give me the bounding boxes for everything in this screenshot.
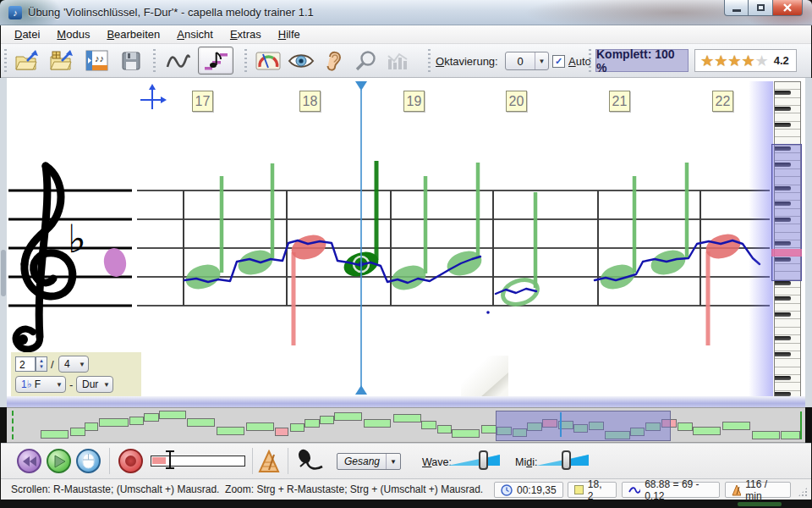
black-key[interactable] xyxy=(775,296,791,301)
auto-checkbox[interactable]: ✓ xyxy=(552,55,565,68)
pitch-curve-view-button[interactable] xyxy=(162,47,195,75)
piano-key[interactable] xyxy=(775,295,800,303)
piano-key[interactable] xyxy=(775,304,800,312)
move-cross-icon[interactable] xyxy=(140,84,167,109)
black-key[interactable] xyxy=(775,202,791,206)
piano-key[interactable] xyxy=(775,122,800,130)
black-key[interactable] xyxy=(775,163,791,167)
toolbar-grip[interactable] xyxy=(4,49,7,73)
tuning-meter-button[interactable] xyxy=(252,47,284,75)
menu-datei[interactable]: Datei xyxy=(6,26,48,42)
open-file-button[interactable] xyxy=(46,47,78,75)
piano-key[interactable] xyxy=(775,185,800,193)
toolbar-grip[interactable] xyxy=(244,49,247,73)
piano-key[interactable] xyxy=(775,312,800,319)
piano-key[interactable] xyxy=(775,162,800,169)
time-numerator-stepper[interactable]: ▲▼ xyxy=(36,356,47,372)
toolbar-grip[interactable] xyxy=(153,49,156,73)
black-key[interactable] xyxy=(775,146,791,151)
black-key[interactable] xyxy=(775,107,791,111)
piano-key[interactable] xyxy=(775,367,800,375)
piano-key[interactable] xyxy=(775,209,800,217)
open-exercise-button[interactable] xyxy=(11,47,43,75)
wave-volume-thumb[interactable] xyxy=(479,450,488,470)
slider-ibeam-cursor[interactable] xyxy=(164,448,176,472)
time-numerator-input[interactable]: 2 xyxy=(15,356,36,372)
piano-key[interactable] xyxy=(775,264,800,272)
score-playback-button[interactable]: ♪♪ xyxy=(80,47,112,75)
black-key[interactable] xyxy=(775,336,791,340)
rewind-button[interactable] xyxy=(17,449,41,473)
minimize-button[interactable] xyxy=(724,0,749,16)
piano-key[interactable] xyxy=(775,320,800,328)
piano-key[interactable] xyxy=(775,137,800,145)
piano-key[interactable] xyxy=(775,146,800,153)
menu-ansicht[interactable]: Ansicht xyxy=(168,26,222,42)
black-key[interactable] xyxy=(775,281,791,285)
piano-key[interactable] xyxy=(775,224,800,232)
piano-key[interactable] xyxy=(775,217,800,224)
black-key[interactable] xyxy=(775,123,791,127)
piano-key[interactable] xyxy=(775,169,800,177)
record-button[interactable] xyxy=(118,449,143,473)
overview-strip[interactable] xyxy=(7,407,805,443)
titlebar[interactable]: ♪ Übung 'Violinschlüssel, F-Dur'* - cape… xyxy=(0,0,812,25)
mouse-input-button[interactable] xyxy=(76,449,101,473)
black-key[interactable] xyxy=(775,352,791,356)
piano-key[interactable] xyxy=(775,359,800,367)
black-key[interactable] xyxy=(775,257,791,262)
key-signature-select[interactable]: 1♭ F ▼ xyxy=(15,376,66,393)
black-key[interactable] xyxy=(775,312,791,317)
piano-key[interactable] xyxy=(775,328,800,335)
piano-key[interactable] xyxy=(775,233,800,240)
play-reference-button[interactable] xyxy=(318,47,350,75)
piano-key[interactable] xyxy=(775,106,800,113)
black-key[interactable] xyxy=(775,218,791,222)
piano-key[interactable] xyxy=(775,351,800,359)
toolbar-grip[interactable] xyxy=(589,49,591,73)
black-key[interactable] xyxy=(775,376,791,380)
menu-hilfe[interactable]: Hilfe xyxy=(270,26,309,42)
piano-key[interactable] xyxy=(775,113,800,121)
piano-key[interactable] xyxy=(775,177,800,185)
time-denominator-select[interactable]: 4 ▼ xyxy=(58,356,89,373)
piano-key[interactable] xyxy=(775,257,800,264)
piano-key[interactable] xyxy=(775,248,800,256)
menu-extras[interactable]: Extras xyxy=(222,26,270,42)
resize-grip[interactable] xyxy=(798,487,808,497)
piano-key[interactable] xyxy=(775,98,800,106)
overview-viewport-selection[interactable] xyxy=(496,411,671,441)
overview-cursor[interactable] xyxy=(560,412,562,437)
piano-key[interactable] xyxy=(775,272,800,279)
piano-key[interactable] xyxy=(775,240,800,248)
piano-keyboard[interactable] xyxy=(774,81,801,400)
wave-volume-slider[interactable] xyxy=(447,452,505,467)
black-key[interactable] xyxy=(775,91,791,95)
menu-modus[interactable]: Modus xyxy=(48,26,98,42)
piano-key[interactable] xyxy=(775,193,800,201)
note-view-button[interactable] xyxy=(198,47,233,75)
piano-key[interactable] xyxy=(775,201,800,208)
menu-bearbeiten[interactable]: Bearbeiten xyxy=(98,26,168,42)
oktavierung-select[interactable]: 0 ▼ xyxy=(505,52,549,70)
piano-key[interactable] xyxy=(775,90,800,97)
black-key[interactable] xyxy=(775,241,791,246)
voice-select[interactable]: Gesang ▼ xyxy=(337,453,401,470)
piano-key[interactable] xyxy=(775,344,800,351)
piano-key[interactable] xyxy=(775,82,800,90)
black-key[interactable] xyxy=(775,186,791,190)
metronome-button[interactable] xyxy=(258,450,280,477)
save-button[interactable] xyxy=(115,47,147,75)
show-notes-button[interactable] xyxy=(285,47,317,75)
piano-key[interactable] xyxy=(775,280,800,288)
midi-volume-thumb[interactable] xyxy=(562,450,571,470)
key-mode-select[interactable]: Dur ▼ xyxy=(76,376,113,393)
play-button[interactable] xyxy=(47,449,71,473)
piano-key[interactable] xyxy=(775,383,800,390)
piano-key[interactable] xyxy=(775,288,800,295)
toolbar-grip[interactable] xyxy=(428,49,431,73)
piano-key[interactable] xyxy=(775,153,800,161)
piano-key[interactable] xyxy=(775,130,800,137)
score-canvas[interactable]: ♭ xyxy=(0,78,812,396)
zoom-button[interactable] xyxy=(351,47,381,75)
